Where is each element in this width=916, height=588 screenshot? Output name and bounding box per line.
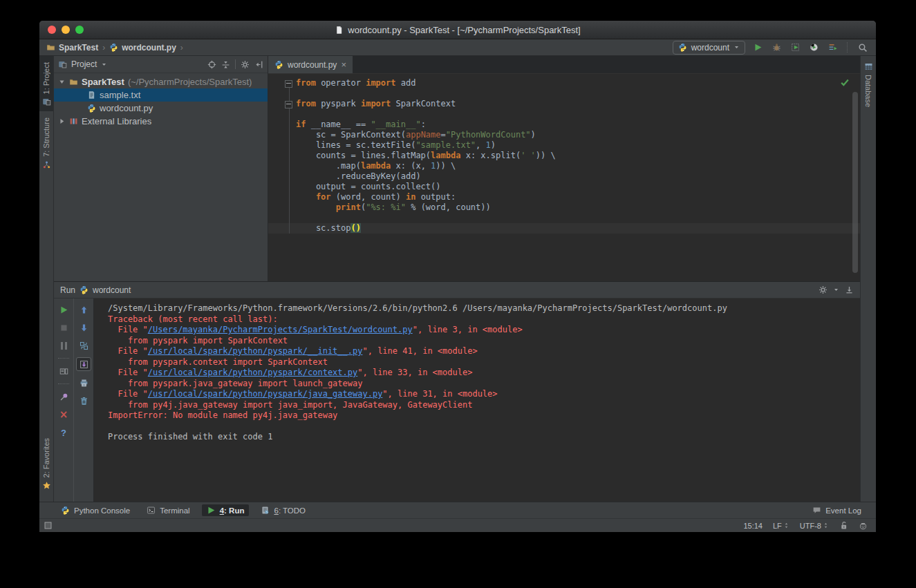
project-tree-item[interactable]: SparkTest (~/PycharmProjects/SparkTest) <box>54 75 268 88</box>
console-line: /System/Library/Frameworks/Python.framew… <box>108 303 860 314</box>
editor-scrollbar[interactable] <box>852 92 858 273</box>
bug-icon <box>772 43 781 52</box>
console-file-link[interactable]: /usr/local/spark/python/pyspark/java_gat… <box>148 389 383 399</box>
prev-occurrence-button[interactable] <box>77 303 91 316</box>
highlighting-level-icon[interactable] <box>859 521 868 530</box>
help-button[interactable]: ? <box>57 426 71 439</box>
editor-gutter <box>268 213 296 223</box>
minimize-window-button[interactable] <box>62 26 70 34</box>
run-button[interactable] <box>751 41 764 54</box>
next-occurrence-button[interactable] <box>77 321 91 334</box>
show-console-layout-button[interactable] <box>57 365 71 377</box>
toolwindow-toggle-icon[interactable] <box>44 521 53 530</box>
close-tab-icon[interactable]: × <box>341 60 346 69</box>
run-with-coverage-button[interactable] <box>789 41 801 54</box>
rerun-button[interactable] <box>57 303 71 316</box>
clear-all-button[interactable] <box>77 395 91 407</box>
profile-button[interactable] <box>807 41 820 54</box>
debug-button[interactable] <box>770 41 783 54</box>
code-line: counts = lines.flatMap(lambda x: x.split… <box>268 151 860 161</box>
project-tree-item[interactable]: External Libraries <box>54 115 268 128</box>
readonly-toggle-icon[interactable] <box>839 521 848 530</box>
tree-item-label: wordcount.py <box>100 103 153 113</box>
console-line: File "/usr/local/spark/python/pyspark/co… <box>108 368 860 379</box>
toolwindow-button-python-console[interactable]: Python Console <box>56 504 135 516</box>
tool-stripe-project[interactable]: 1: Project <box>39 56 53 111</box>
breadcrumb-project[interactable]: SparkTest <box>46 43 98 53</box>
editor-gutter <box>268 109 296 120</box>
tree-item-label: SparkTest <box>82 77 124 87</box>
library-icon <box>69 117 78 126</box>
project-tree-item[interactable]: sample.txt <box>54 88 268 102</box>
zoom-window-button[interactable] <box>75 26 84 34</box>
tool-stripe-favorites[interactable]: 2: Favorites <box>39 432 53 495</box>
close-red-icon: × <box>59 410 68 420</box>
breadcrumb-label: SparkTest <box>59 43 98 53</box>
hide-run-panel-button[interactable] <box>845 285 854 294</box>
help-icon: ? <box>61 428 66 437</box>
toolwindow-button-run[interactable]: 4: Run <box>202 504 250 516</box>
tool-stripe-database[interactable]: Database <box>861 56 876 112</box>
code-editor[interactable]: from operator import addfrom pyspark imp… <box>268 74 860 281</box>
tool-stripe-structure[interactable]: 7: Structure <box>39 111 53 174</box>
scroll-to-end-button[interactable] <box>76 357 91 371</box>
code-line-text: from pyspark import SparkContext <box>296 99 456 109</box>
close-window-button[interactable] <box>48 26 56 34</box>
console-settings-gear-button[interactable] <box>819 285 828 294</box>
line-separator-selector[interactable]: LF <box>773 522 789 530</box>
toolwindow-button-todo[interactable]: 6: TODO <box>256 504 310 516</box>
hide-panel-button[interactable] <box>254 60 263 69</box>
project-tree-item[interactable]: wordcount.py <box>54 102 268 115</box>
divider <box>235 59 236 69</box>
editor-gutter <box>268 151 296 161</box>
toolwindow-button-terminal[interactable]: Terminal <box>142 504 194 516</box>
code-line-text: .map(lambda x: (x, 1)) \ <box>296 161 456 171</box>
project-panel-title[interactable]: Project <box>71 59 97 69</box>
window-title: wordcount.py - SparkTest - [~/PycharmPro… <box>348 25 580 35</box>
event-log-button[interactable]: Event Log <box>807 504 866 516</box>
console-text: ", line 41, in <module> <box>362 346 477 356</box>
run-configuration-select[interactable]: wordcount <box>673 41 745 55</box>
collapse-all-button[interactable] <box>221 60 230 69</box>
breadcrumb-file[interactable]: wordcount.py <box>109 43 176 53</box>
chevron-down-icon[interactable] <box>101 61 107 68</box>
restore-layout-button[interactable] <box>77 339 91 352</box>
fold-marker-icon[interactable] <box>285 101 292 108</box>
trash-icon <box>80 397 88 406</box>
star-icon <box>42 481 51 490</box>
expanded-arrow-icon[interactable] <box>58 78 66 86</box>
run-console-output[interactable]: /System/Library/Frameworks/Python.framew… <box>94 298 860 502</box>
console-file-link[interactable]: /usr/local/spark/python/pyspark/__init__… <box>148 346 363 356</box>
folder-icon <box>46 43 55 52</box>
collapsed-arrow-icon[interactable] <box>58 117 66 125</box>
close-tab-button[interactable]: × <box>57 408 71 421</box>
pin-tab-button[interactable] <box>57 390 71 403</box>
updown-icon <box>783 522 789 529</box>
console-file-link[interactable]: /usr/local/spark/python/pyspark/context.… <box>148 368 357 377</box>
scroll-to-source-button[interactable] <box>207 60 216 69</box>
editor-tab-wordcount[interactable]: wordcount.py × <box>268 56 353 73</box>
code-line <box>268 109 860 120</box>
toolwindow-button-label: Python Console <box>74 506 130 515</box>
edit-configurations-button[interactable] <box>826 41 839 54</box>
left-tool-stripe: 1: Project7: Structure2: Favorites <box>39 56 54 502</box>
encoding-selector[interactable]: UTF-8 <box>800 522 829 530</box>
console-text: File " <box>108 346 148 356</box>
breadcrumb-label: wordcount.py <box>122 43 176 53</box>
console-line: from pyspark.java_gateway import launch_… <box>108 379 860 390</box>
editor-gutter <box>268 161 296 171</box>
toolwindow-button-label: 6: TODO <box>274 506 306 515</box>
search-everywhere-button[interactable] <box>857 41 869 54</box>
title-bar: wordcount.py - SparkTest - [~/PycharmPro… <box>39 21 876 39</box>
fold-marker-icon[interactable] <box>285 80 292 88</box>
console-file-link[interactable]: /Users/mayanka/PycharmProjects/SparkTest… <box>148 325 413 334</box>
run-panel-config-label: wordcount <box>93 285 131 295</box>
divider <box>58 383 69 384</box>
code-line: output = counts.collect() <box>268 182 860 192</box>
pause-output-button[interactable] <box>57 339 71 352</box>
print-console-button[interactable] <box>77 377 91 389</box>
console-text: File " <box>108 325 148 334</box>
python-icon <box>274 60 283 69</box>
stop-button[interactable] <box>57 321 71 334</box>
settings-gear-button[interactable] <box>241 60 250 69</box>
